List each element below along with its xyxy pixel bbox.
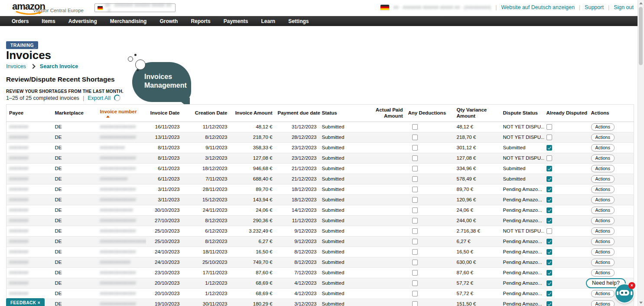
col-already-disputed[interactable]: Already Disputed [544,105,588,122]
already-disputed-checkbox[interactable] [546,280,552,286]
nav-merchandising[interactable]: Merchandising [104,18,153,24]
invoice-amount-cell: 24,06 € [230,205,275,215]
row-actions-button[interactable]: Actions [591,123,615,131]
any-deductions-checkbox[interactable] [412,166,418,171]
already-disputed-checkbox[interactable] [546,197,552,203]
any-deductions-checkbox[interactable] [412,124,418,130]
table-row: ####### DE ########## 6/11/2023 7/11/202… [7,174,634,184]
already-disputed-checkbox[interactable] [546,124,552,130]
account-selector[interactable]: ## · ####### ###### ##### ## · # [94,3,176,12]
nav-advertising[interactable]: Advertising [62,18,104,24]
feedback-button[interactable]: FEEDBACK × [6,298,45,306]
support-link[interactable]: Support [585,4,604,10]
already-disputed-checkbox[interactable] [546,270,552,276]
nav-learn[interactable]: Learn [254,18,282,24]
already-disputed-checkbox[interactable] [546,166,552,171]
breadcrumb-invoices[interactable]: Invoices [6,63,26,69]
row-actions-button[interactable]: Actions [591,248,615,256]
row-actions-button[interactable]: Actions [591,175,615,183]
nav-orders[interactable]: Orders [5,18,35,24]
any-deductions-checkbox[interactable] [412,135,418,140]
callout-tiny-dot-icon [137,69,139,71]
row-actions-button[interactable]: Actions [591,238,615,245]
any-deductions-checkbox[interactable] [412,239,418,244]
col-marketplace[interactable]: Marketplace [52,105,98,122]
table-header-row: Payee Marketplace Invoice number Invoice… [7,105,634,122]
col-actions[interactable]: Actions [588,105,634,122]
already-disputed-checkbox[interactable] [546,145,552,151]
row-actions-button[interactable]: Actions [591,300,615,306]
payee-redacted: ####### [9,176,29,181]
col-dispute-status[interactable]: Dispute Status [501,105,544,122]
any-deductions-checkbox[interactable] [412,301,418,306]
already-disputed-checkbox[interactable] [546,218,552,224]
dismiss-help-icon[interactable]: × [628,282,635,289]
scroll-down-icon[interactable] [639,302,643,304]
actual-paid-cell [373,288,406,299]
any-deductions-checkbox[interactable] [412,155,418,161]
already-disputed-checkbox[interactable] [546,239,552,244]
col-invoice-date[interactable]: Invoice Date [146,105,182,122]
already-disputed-checkbox[interactable] [546,176,552,182]
any-deductions-checkbox[interactable] [412,197,418,203]
language-link[interactable]: Website auf Deutsch anzeigen [501,4,575,10]
col-payee[interactable]: Payee [7,105,52,122]
signout-link[interactable]: Sign out [614,4,634,10]
row-actions-button[interactable]: Actions [591,259,615,266]
scroll-up-icon[interactable] [639,2,643,4]
any-deductions-checkbox[interactable] [412,207,418,213]
any-deductions-checkbox[interactable] [412,228,418,234]
row-actions-button[interactable]: Actions [591,144,615,151]
export-all-link[interactable]: Export All [88,95,111,101]
already-disputed-checkbox[interactable] [546,155,552,161]
scrollbar-thumb[interactable] [639,7,643,65]
nav-settings[interactable]: Settings [282,18,315,24]
page-scrollbar[interactable] [637,0,644,306]
any-deductions-checkbox[interactable] [412,280,418,286]
any-deductions-checkbox[interactable] [412,176,418,182]
row-actions-button[interactable]: Actions [591,134,615,141]
already-disputed-checkbox[interactable] [546,187,552,192]
nav-reports[interactable]: Reports [184,18,217,24]
training-chevron-icon[interactable] [33,43,36,46]
already-disputed-checkbox[interactable] [546,135,552,140]
breadcrumb-search-invoice[interactable]: Search Invoice [40,63,78,69]
any-deductions-checkbox[interactable] [412,291,418,296]
row-actions-button[interactable]: Actions [591,290,615,297]
row-actions-button[interactable]: Actions [591,155,615,162]
any-deductions-checkbox[interactable] [412,270,418,276]
col-creation-date[interactable]: Creation Date [182,105,230,122]
already-disputed-checkbox[interactable] [546,260,552,265]
col-qty-variance-amount[interactable]: Qty Variance Amount [455,105,501,122]
nav-growth[interactable]: Growth [153,18,184,24]
amazon-logo[interactable]: amazon Vendor Central Europe [12,2,99,16]
nav-payments[interactable]: Payments [217,18,255,24]
row-actions-button[interactable]: Actions [591,207,615,214]
creation-date-cell: 8/12/2023 [182,215,230,226]
any-deductions-checkbox[interactable] [412,249,418,255]
col-actual-paid-amount[interactable]: Actual Paid Amount [373,105,406,122]
already-disputed-checkbox[interactable] [546,249,552,255]
any-deductions-checkbox[interactable] [412,187,418,192]
row-actions-button[interactable]: Actions [591,165,615,172]
status-cell: Submitted [319,236,373,247]
already-disputed-checkbox[interactable] [546,228,552,234]
already-disputed-checkbox[interactable] [546,207,552,213]
col-any-deductions[interactable]: Any Deductions [406,105,455,122]
callout-line1: Invoices [144,72,187,81]
any-deductions-checkbox[interactable] [412,260,418,265]
already-disputed-checkbox[interactable] [546,301,552,306]
any-deductions-checkbox[interactable] [412,218,418,224]
col-status[interactable]: Status [319,105,373,122]
row-actions-button[interactable]: Actions [591,196,615,204]
already-disputed-checkbox[interactable] [546,291,552,296]
col-invoice-amount[interactable]: Invoice Amount [230,105,275,122]
col-payment-due-date[interactable]: Payment due date [275,105,319,122]
nav-items[interactable]: Items [35,18,62,24]
any-deductions-checkbox[interactable] [412,145,418,151]
col-invoice-number[interactable]: Invoice number [98,105,146,122]
row-actions-button[interactable]: Actions [591,186,615,193]
row-actions-button[interactable]: Actions [591,217,615,224]
row-actions-button[interactable]: Actions [591,227,615,235]
row-actions-button[interactable]: Actions [591,269,615,276]
